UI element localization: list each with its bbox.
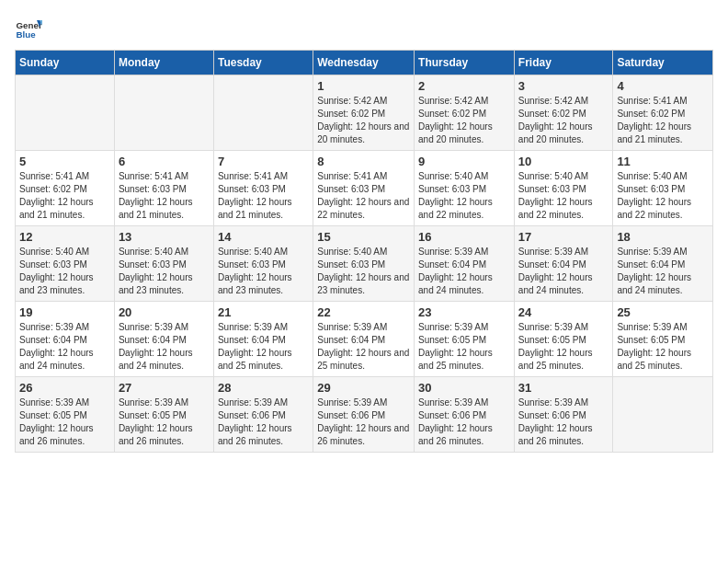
calendar-cell: 6Sunrise: 5:41 AMSunset: 6:03 PMDaylight… [114,151,213,226]
calendar-cell: 31Sunrise: 5:39 AMSunset: 6:06 PMDayligh… [514,377,613,453]
weekday-header-wednesday: Wednesday [313,51,415,75]
day-number: 15 [317,230,410,244]
logo-icon: General Blue [15,15,42,42]
weekday-header-friday: Friday [514,51,613,75]
page-header: General Blue [15,15,713,42]
day-info: Sunrise: 5:41 AMSunset: 6:02 PMDaylight:… [617,95,709,146]
day-info: Sunrise: 5:41 AMSunset: 6:02 PMDaylight:… [19,170,110,222]
day-info: Sunrise: 5:40 AMSunset: 6:03 PMDaylight:… [19,246,110,297]
weekday-header-tuesday: Tuesday [213,51,313,75]
day-number: 26 [19,381,110,395]
day-number: 20 [119,305,210,319]
calendar-cell: 10Sunrise: 5:40 AMSunset: 6:03 PMDayligh… [514,151,613,226]
day-number: 11 [617,155,709,168]
weekday-header-saturday: Saturday [613,51,713,75]
calendar-cell: 26Sunrise: 5:39 AMSunset: 6:05 PMDayligh… [16,377,115,453]
day-number: 4 [617,79,709,93]
weekday-header-sunday: Sunday [16,51,115,75]
day-number: 22 [317,305,410,319]
calendar-cell [213,75,313,151]
day-number: 16 [418,230,510,244]
day-number: 23 [418,305,510,319]
day-info: Sunrise: 5:39 AMSunset: 6:05 PMDaylight:… [19,396,110,448]
day-number: 19 [19,305,110,319]
calendar-cell: 3Sunrise: 5:42 AMSunset: 6:02 PMDaylight… [514,75,613,151]
day-info: Sunrise: 5:39 AMSunset: 6:04 PMDaylight:… [119,321,210,373]
day-number: 6 [119,155,210,168]
weekday-header-row: SundayMondayTuesdayWednesdayThursdayFrid… [16,51,713,75]
day-info: Sunrise: 5:39 AMSunset: 6:06 PMDaylight:… [218,396,309,448]
calendar-cell: 2Sunrise: 5:42 AMSunset: 6:02 PMDaylight… [415,75,515,151]
day-info: Sunrise: 5:39 AMSunset: 6:05 PMDaylight:… [418,321,510,373]
day-info: Sunrise: 5:39 AMSunset: 6:06 PMDaylight:… [317,396,410,448]
calendar-cell: 16Sunrise: 5:39 AMSunset: 6:04 PMDayligh… [415,226,515,302]
day-number: 14 [218,230,309,244]
weekday-header-thursday: Thursday [415,51,515,75]
day-info: Sunrise: 5:41 AMSunset: 6:03 PMDaylight:… [119,170,210,222]
day-info: Sunrise: 5:40 AMSunset: 6:03 PMDaylight:… [418,170,510,222]
day-info: Sunrise: 5:39 AMSunset: 6:05 PMDaylight:… [518,321,609,373]
day-number: 13 [119,230,210,244]
day-info: Sunrise: 5:39 AMSunset: 6:04 PMDaylight:… [218,321,309,373]
day-number: 5 [19,155,110,168]
day-number: 31 [518,381,609,395]
day-number: 21 [218,305,309,319]
calendar-cell [114,75,213,151]
day-number: 2 [418,79,510,93]
calendar-cell: 11Sunrise: 5:40 AMSunset: 6:03 PMDayligh… [613,151,713,226]
day-number: 8 [317,155,410,168]
calendar-cell [16,75,115,151]
day-number: 7 [218,155,309,168]
calendar-cell [613,377,713,453]
calendar-cell: 30Sunrise: 5:39 AMSunset: 6:06 PMDayligh… [415,377,515,453]
week-row-5: 26Sunrise: 5:39 AMSunset: 6:05 PMDayligh… [16,377,713,453]
day-info: Sunrise: 5:40 AMSunset: 6:03 PMDaylight:… [119,246,210,297]
day-number: 9 [418,155,510,168]
calendar-cell: 25Sunrise: 5:39 AMSunset: 6:05 PMDayligh… [613,302,713,377]
day-info: Sunrise: 5:40 AMSunset: 6:03 PMDaylight:… [518,170,609,222]
week-row-4: 19Sunrise: 5:39 AMSunset: 6:04 PMDayligh… [16,302,713,377]
week-row-2: 5Sunrise: 5:41 AMSunset: 6:02 PMDaylight… [16,151,713,226]
day-number: 12 [19,230,110,244]
day-info: Sunrise: 5:39 AMSunset: 6:05 PMDaylight:… [119,396,210,448]
day-number: 1 [317,79,410,93]
week-row-1: 1Sunrise: 5:42 AMSunset: 6:02 PMDaylight… [16,75,713,151]
calendar-cell: 28Sunrise: 5:39 AMSunset: 6:06 PMDayligh… [213,377,313,453]
day-info: Sunrise: 5:40 AMSunset: 6:03 PMDaylight:… [218,246,309,297]
logo: General Blue [15,15,42,42]
week-row-3: 12Sunrise: 5:40 AMSunset: 6:03 PMDayligh… [16,226,713,302]
calendar-cell: 1Sunrise: 5:42 AMSunset: 6:02 PMDaylight… [313,75,415,151]
calendar-cell: 8Sunrise: 5:41 AMSunset: 6:03 PMDaylight… [313,151,415,226]
day-info: Sunrise: 5:42 AMSunset: 6:02 PMDaylight:… [317,95,410,146]
day-info: Sunrise: 5:39 AMSunset: 6:06 PMDaylight:… [518,396,609,448]
day-info: Sunrise: 5:39 AMSunset: 6:04 PMDaylight:… [317,321,410,373]
day-info: Sunrise: 5:40 AMSunset: 6:03 PMDaylight:… [317,246,410,297]
day-number: 27 [119,381,210,395]
calendar-cell: 14Sunrise: 5:40 AMSunset: 6:03 PMDayligh… [213,226,313,302]
calendar-cell: 27Sunrise: 5:39 AMSunset: 6:05 PMDayligh… [114,377,213,453]
calendar-cell: 15Sunrise: 5:40 AMSunset: 6:03 PMDayligh… [313,226,415,302]
calendar-cell: 4Sunrise: 5:41 AMSunset: 6:02 PMDaylight… [613,75,713,151]
calendar-cell: 22Sunrise: 5:39 AMSunset: 6:04 PMDayligh… [313,302,415,377]
day-info: Sunrise: 5:39 AMSunset: 6:05 PMDaylight:… [617,321,709,373]
day-number: 28 [218,381,309,395]
svg-text:Blue: Blue [17,29,37,40]
calendar-cell: 13Sunrise: 5:40 AMSunset: 6:03 PMDayligh… [114,226,213,302]
calendar-cell: 5Sunrise: 5:41 AMSunset: 6:02 PMDaylight… [16,151,115,226]
day-number: 29 [317,381,410,395]
calendar-cell: 29Sunrise: 5:39 AMSunset: 6:06 PMDayligh… [313,377,415,453]
calendar-cell: 24Sunrise: 5:39 AMSunset: 6:05 PMDayligh… [514,302,613,377]
day-number: 10 [518,155,609,168]
calendar-cell: 23Sunrise: 5:39 AMSunset: 6:05 PMDayligh… [415,302,515,377]
calendar-cell: 7Sunrise: 5:41 AMSunset: 6:03 PMDaylight… [213,151,313,226]
day-number: 30 [418,381,510,395]
day-info: Sunrise: 5:39 AMSunset: 6:04 PMDaylight:… [418,246,510,297]
calendar-table: SundayMondayTuesdayWednesdayThursdayFrid… [15,50,713,453]
day-number: 25 [617,305,709,319]
day-info: Sunrise: 5:40 AMSunset: 6:03 PMDaylight:… [617,170,709,222]
calendar-body: 1Sunrise: 5:42 AMSunset: 6:02 PMDaylight… [16,75,713,453]
calendar-cell: 17Sunrise: 5:39 AMSunset: 6:04 PMDayligh… [514,226,613,302]
calendar-cell: 12Sunrise: 5:40 AMSunset: 6:03 PMDayligh… [16,226,115,302]
day-info: Sunrise: 5:39 AMSunset: 6:04 PMDaylight:… [518,246,609,297]
day-number: 18 [617,230,709,244]
